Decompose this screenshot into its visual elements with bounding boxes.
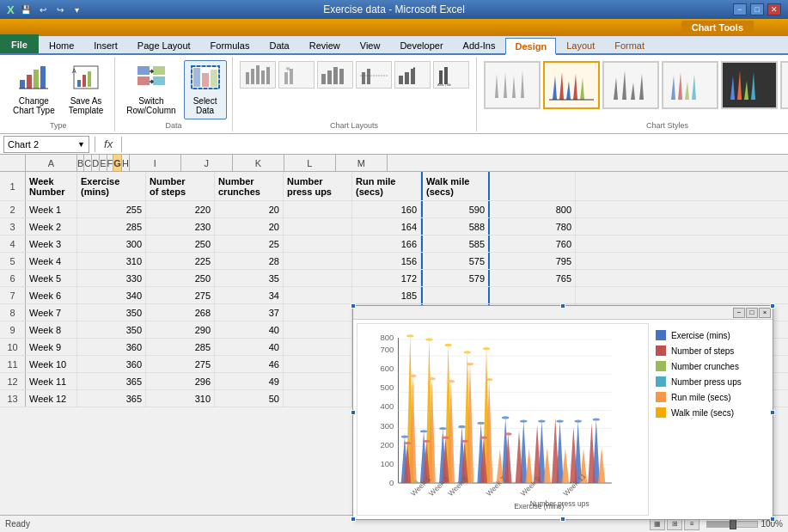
tab-developer[interactable]: Developer bbox=[390, 36, 452, 53]
tab-data[interactable]: Data bbox=[260, 36, 298, 53]
cell-12d[interactable]: 49 bbox=[215, 373, 284, 389]
select-data-btn[interactable]: SelectData bbox=[184, 60, 227, 119]
chart-style-1[interactable] bbox=[484, 61, 541, 109]
cell-7e[interactable] bbox=[284, 287, 352, 303]
cell-3c[interactable]: 230 bbox=[146, 218, 215, 235]
col-header-l[interactable]: L bbox=[284, 155, 336, 171]
col-header-j[interactable]: J bbox=[181, 155, 233, 171]
cell-4f[interactable]: 166 bbox=[352, 235, 421, 252]
cell-5c[interactable]: 225 bbox=[146, 253, 215, 269]
layout-thumb-3[interactable] bbox=[317, 61, 353, 89]
cell-2g[interactable]: 590 bbox=[421, 201, 490, 217]
cell-6a[interactable]: Week 5 bbox=[26, 270, 77, 286]
cell-7d[interactable]: 34 bbox=[215, 287, 284, 303]
cell-3d[interactable]: 20 bbox=[215, 218, 284, 235]
layout-thumb-5[interactable]: ▲ bbox=[394, 61, 431, 89]
cell-3a[interactable]: Week 2 bbox=[26, 218, 77, 235]
cell-2e[interactable] bbox=[284, 201, 352, 217]
cell-10e[interactable] bbox=[284, 339, 352, 355]
cell-8c[interactable]: 268 bbox=[146, 304, 215, 321]
col-header-k[interactable]: K bbox=[233, 155, 284, 171]
cell-7f[interactable]: 185 bbox=[352, 287, 421, 303]
cell-5g[interactable]: 575 bbox=[421, 253, 490, 269]
cell-3b[interactable]: 285 bbox=[77, 218, 146, 235]
chart-style-4[interactable] bbox=[662, 61, 718, 109]
cell-9a[interactable]: Week 8 bbox=[26, 321, 77, 338]
cell-8d[interactable]: 37 bbox=[215, 304, 284, 321]
tab-insert[interactable]: Insert bbox=[84, 36, 127, 53]
cell-10d[interactable]: 40 bbox=[215, 339, 284, 355]
cell-9c[interactable]: 290 bbox=[146, 321, 215, 338]
tab-add-ins[interactable]: Add-Ins bbox=[454, 36, 505, 53]
cell-6b[interactable]: 330 bbox=[77, 270, 146, 286]
tab-page-layout[interactable]: Page Layout bbox=[128, 36, 200, 53]
cell-13d[interactable]: 50 bbox=[215, 390, 284, 407]
save-qa-btn[interactable]: 💾 bbox=[18, 2, 34, 17]
cell-4c[interactable]: 250 bbox=[146, 235, 215, 252]
cell-5b[interactable]: 310 bbox=[77, 253, 146, 269]
cell-12a[interactable]: Week 11 bbox=[26, 373, 77, 389]
cell-11d[interactable]: 46 bbox=[215, 356, 284, 372]
cell-10a[interactable]: Week 9 bbox=[26, 339, 77, 355]
tab-home[interactable]: Home bbox=[40, 36, 83, 53]
fx-button[interactable]: fx bbox=[101, 138, 116, 150]
tab-file[interactable]: File bbox=[0, 34, 39, 53]
cell-8b[interactable]: 350 bbox=[77, 304, 146, 321]
cell-9d[interactable]: 40 bbox=[215, 321, 284, 338]
close-btn[interactable]: ✕ bbox=[767, 3, 781, 15]
tab-view[interactable]: View bbox=[351, 36, 390, 53]
zoom-slider-handle[interactable] bbox=[730, 519, 736, 529]
cell-1h[interactable] bbox=[490, 172, 576, 200]
cell-3h[interactable]: 780 bbox=[490, 218, 576, 235]
col-header-a[interactable]: A bbox=[26, 155, 77, 171]
col-header-g[interactable]: G bbox=[113, 155, 122, 171]
chart-style-2[interactable] bbox=[543, 61, 600, 109]
cell-1f[interactable]: Run mile(secs) bbox=[352, 172, 421, 200]
col-header-b[interactable]: B bbox=[77, 155, 84, 171]
chart-style-6[interactable] bbox=[780, 61, 788, 109]
cell-10b[interactable]: 360 bbox=[77, 339, 146, 355]
chart-close-btn[interactable]: × bbox=[759, 308, 771, 318]
cell-6e[interactable] bbox=[284, 270, 352, 286]
cell-6f[interactable]: 172 bbox=[352, 270, 421, 286]
zoom-slider[interactable] bbox=[706, 521, 758, 528]
cell-7a[interactable]: Week 6 bbox=[26, 287, 77, 303]
save-as-template-btn[interactable]: A Save AsTemplate bbox=[63, 60, 110, 119]
cell-13a[interactable]: Week 12 bbox=[26, 390, 77, 407]
layout-thumb-1[interactable] bbox=[240, 61, 276, 89]
tab-review[interactable]: Review bbox=[300, 36, 350, 53]
cell-4g[interactable]: 585 bbox=[421, 235, 490, 252]
undo-qa-btn[interactable]: ↩ bbox=[35, 2, 51, 17]
tab-formulas[interactable]: Formulas bbox=[201, 36, 260, 53]
cell-4b[interactable]: 300 bbox=[77, 235, 146, 252]
cell-7c[interactable]: 275 bbox=[146, 287, 215, 303]
col-header-m[interactable]: M bbox=[336, 155, 388, 171]
cell-5h[interactable]: 795 bbox=[490, 253, 576, 269]
cell-3g[interactable]: 588 bbox=[421, 218, 490, 235]
cell-7g[interactable] bbox=[421, 287, 490, 303]
cell-2c[interactable]: 220 bbox=[146, 201, 215, 217]
tab-layout[interactable]: Layout bbox=[557, 36, 604, 53]
cell-12b[interactable]: 365 bbox=[77, 373, 146, 389]
name-box[interactable]: Chart 2 ▼ bbox=[3, 136, 89, 153]
cell-9e[interactable] bbox=[284, 321, 352, 338]
cell-4d[interactable]: 25 bbox=[215, 235, 284, 252]
cell-11e[interactable] bbox=[284, 356, 352, 372]
cell-8e[interactable] bbox=[284, 304, 352, 321]
cell-3e[interactable] bbox=[284, 218, 352, 235]
cell-4h[interactable]: 760 bbox=[490, 235, 576, 252]
minimize-btn[interactable]: − bbox=[733, 3, 747, 15]
cell-7h[interactable] bbox=[490, 287, 576, 303]
col-header-d[interactable]: D bbox=[92, 155, 100, 171]
col-header-h[interactable]: H bbox=[122, 155, 130, 171]
cell-6d[interactable]: 35 bbox=[215, 270, 284, 286]
chart-minimize-btn[interactable]: − bbox=[733, 308, 745, 318]
redo-qa-btn[interactable]: ↪ bbox=[52, 2, 68, 17]
cell-2b[interactable]: 255 bbox=[77, 201, 146, 217]
cell-2h[interactable]: 800 bbox=[490, 201, 576, 217]
cell-6h[interactable]: 765 bbox=[490, 270, 576, 286]
custom-qa-btn[interactable]: ▾ bbox=[70, 2, 85, 17]
cell-13c[interactable]: 310 bbox=[146, 390, 215, 407]
cell-12e[interactable] bbox=[284, 373, 352, 389]
col-header-e[interactable]: E bbox=[100, 155, 107, 171]
